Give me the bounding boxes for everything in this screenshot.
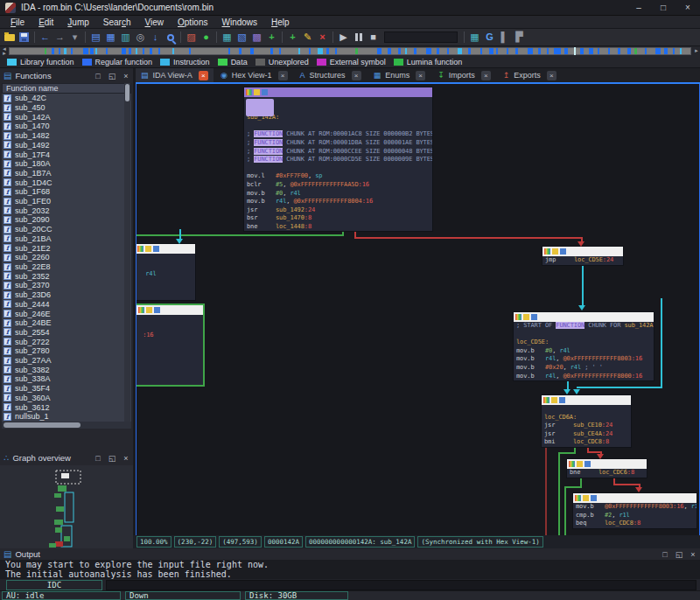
tab-close-icon[interactable]: × [416,71,425,80]
function-list-item[interactable]: fsub_2780 [2,346,131,356]
function-list-item[interactable]: fsub_1B7A [2,169,131,178]
graph-node-cmp[interactable]: mov.b @0xFFFFFFFFFFFF8003:16, r1lcmp.b #… [572,492,697,529]
function-list-item[interactable]: fsub_2260 [2,253,131,262]
undefine-icon[interactable]: × [315,30,330,45]
node-title-bar[interactable] [136,305,203,315]
overview-float-button[interactable]: ◱ [105,452,119,464]
maximize-button[interactable]: □ [651,0,676,15]
scrollbar-thumb[interactable] [4,422,80,428]
cli-input[interactable] [106,580,696,590]
tab-exports[interactable]: ↥Exports× [498,68,562,82]
function-list-item[interactable]: fsub_2722 [2,337,131,346]
function-list-item[interactable]: fsub_450 [2,103,131,113]
graph-view-canvas[interactable]: sub_142A:; FUNCTION CHUNK AT ROM:00001AC… [136,84,700,535]
debugger-pause-icon[interactable] [351,30,366,45]
jump-to-address-icon[interactable]: ▦ [103,30,118,45]
function-list-item[interactable]: fsub_21BA [2,234,131,244]
script-snippets-icon[interactable]: ▦ [467,30,482,45]
navigate-back-icon[interactable]: ← [38,30,52,45]
node-title-bar[interactable] [136,244,195,254]
functions-column-header[interactable]: Function name [2,83,131,94]
node-title-bar[interactable] [573,493,696,503]
function-attrs-icon[interactable]: ▩ [249,30,264,45]
idc-button[interactable]: IDC [6,580,102,590]
function-list-item[interactable]: fsub_35F4 [2,384,131,394]
functions-float-button[interactable]: ◱ [105,70,119,82]
function-list-item[interactable]: fsub_1F68 [2,187,131,197]
tab-structures[interactable]: AStructures× [295,68,367,82]
search-icon[interactable] [163,30,178,45]
menu-view[interactable]: View [138,16,172,29]
function-list-item[interactable]: fsub_3382 [2,365,131,374]
function-list-item[interactable]: fsub_23D6 [2,290,131,300]
graph-node-sub_142A[interactable]: sub_142A:; FUNCTION CHUNK AT ROM:00001AC… [243,87,433,232]
create-function-icon[interactable]: ▦ [220,30,234,45]
graph-node-loc_CD5E[interactable]: ; START OF FUNCTION CHUNK FOR sub_142Alo… [513,311,654,381]
functions-maximize-button[interactable]: □ [91,70,105,82]
window-list-icon[interactable]: ▌ [497,30,512,45]
function-list-item[interactable]: fsub_1492 [2,141,131,150]
function-list-item[interactable]: fsub_1D4C [2,178,131,187]
function-list-item[interactable]: fsub_338A [2,374,131,384]
menu-search[interactable]: Search [96,16,138,29]
node-title-bar[interactable] [542,247,623,256]
tab-hex-view-1[interactable]: ◉Hex View-1× [215,68,293,82]
function-list-item[interactable]: fsub_2090 [2,215,131,225]
function-list-item[interactable]: fsub_2352 [2,271,131,281]
save-database-icon[interactable] [17,30,32,45]
function-list-item[interactable]: fsub_20CC [2,225,131,234]
graph-node-partial-1[interactable]: r4l [136,243,196,301]
overview-close-button[interactable]: × [119,452,133,464]
overview-maximize-button[interactable]: □ [91,452,105,464]
debugger-stop-icon[interactable]: ■ [366,30,381,45]
jump-to-segment-icon[interactable]: ▥ [118,30,133,45]
tab-close-icon[interactable]: × [278,71,288,80]
function-list-item[interactable]: fsub_17F4 [2,150,131,159]
close-button[interactable]: × [676,0,700,15]
tab-close-icon[interactable]: × [547,71,556,80]
tab-close-icon[interactable]: × [481,71,491,80]
tab-imports[interactable]: ↧Imports× [432,68,496,82]
navigation-band[interactable]: ◄ ► ► [0,46,700,56]
function-list-item[interactable]: fsub_3612 [2,402,131,412]
tab-close-icon[interactable]: × [199,71,208,80]
output-log[interactable]: You may start to explore the input file … [0,560,700,579]
debugger-start-icon[interactable]: ▶ [336,30,351,45]
bitmap-view-icon[interactable]: ▨ [184,30,199,45]
function-list-item[interactable]: fsub_21E2 [2,243,131,253]
forward-dropdown-icon[interactable]: ▾ [67,30,82,45]
function-list-item[interactable]: fsub_2032 [2,206,131,215]
add-item-icon[interactable]: + [264,30,279,45]
graph-overview-map[interactable] [0,465,133,548]
debugger-selector-field[interactable] [384,31,458,43]
function-list-item[interactable]: fsub_180A [2,159,131,169]
menu-edit[interactable]: Edit [32,16,60,29]
navigate-forward-icon[interactable]: → [52,30,67,45]
function-list-item[interactable]: fsub_246E [2,309,131,318]
tab-ida-view-a[interactable]: ▤IDA View-A× [136,68,214,82]
graph-overview-minimap[interactable] [0,465,133,548]
function-list-item[interactable]: fsub_360A [2,394,131,403]
function-list-item[interactable]: fsub_2370 [2,281,131,290]
band-right-arrow-icon[interactable]: ► [694,49,699,53]
graph-node-loc_CD6A[interactable]: loc_CD6A:jsr sub_CE10:24jsr sub_CE4A:24b… [541,394,632,448]
output-maximize-button[interactable]: □ [658,548,672,561]
jump-down-icon[interactable]: ↓ [148,30,163,45]
patch-icon[interactable]: + [285,30,300,45]
tab-enums[interactable]: ▦Enums× [368,68,431,82]
function-list-item[interactable]: fsub_1FE0 [2,197,131,206]
functions-horizontal-scrollbar[interactable] [2,422,131,429]
function-list-item[interactable]: fsub_142A [2,112,131,122]
menu-options[interactable]: Options [171,16,214,29]
function-list-item[interactable]: fsub_42C [2,94,131,103]
output-close-button[interactable]: × [686,548,700,561]
menu-windows[interactable]: Windows [214,16,264,29]
functions-vertical-scrollbar[interactable] [124,83,130,422]
graph-node-partial-2[interactable]: :16 [136,303,205,387]
node-title-bar[interactable] [567,459,647,469]
minimize-button[interactable]: – [626,0,651,15]
function-list-item[interactable]: fnullsub_1 [2,412,131,422]
go-command-icon[interactable]: G [482,30,497,45]
function-list-item[interactable]: fsub_27AA [2,356,131,366]
menu-help[interactable]: Help [264,16,297,29]
